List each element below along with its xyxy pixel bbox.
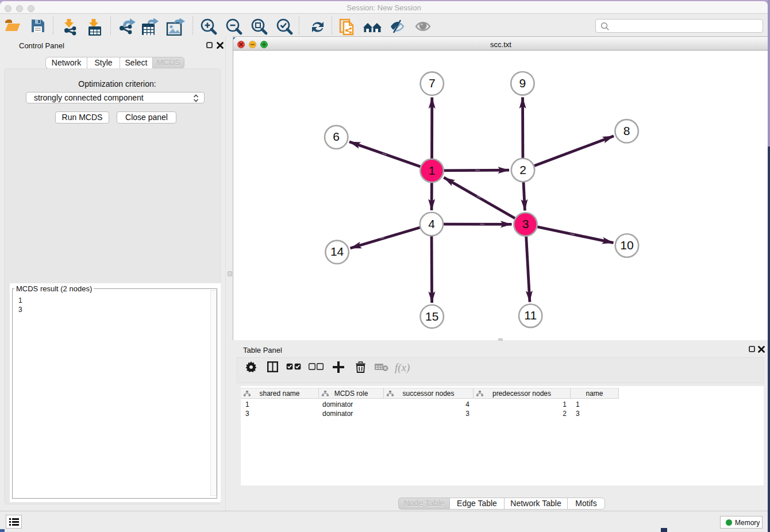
svg-text:10: 10	[620, 238, 633, 252]
svg-text:1: 1	[429, 164, 436, 177]
svg-text:4: 4	[428, 217, 435, 230]
svg-text:14: 14	[330, 245, 344, 258]
svg-text:15: 15	[425, 310, 438, 323]
svg-text:9: 9	[519, 76, 526, 90]
svg-text:2: 2	[519, 163, 526, 176]
svg-text:3: 3	[522, 217, 529, 230]
svg-text:11: 11	[524, 309, 537, 322]
svg-text:7: 7	[429, 76, 436, 90]
svg-text:6: 6	[333, 130, 340, 143]
svg-text:8: 8	[623, 124, 630, 137]
